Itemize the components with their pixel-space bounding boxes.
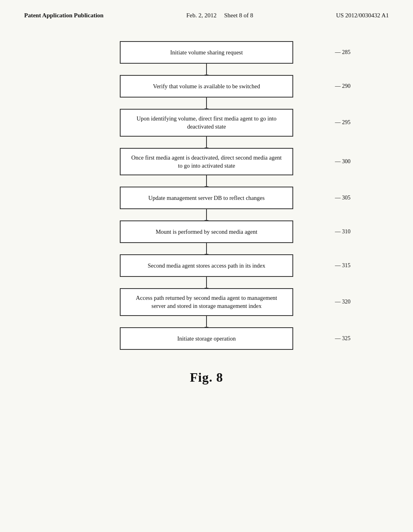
- flow-box-row-320: Access path returned by second media age…: [24, 288, 389, 316]
- flow-box-310: Mount is performed by second media agent: [120, 220, 293, 243]
- connector-3: [206, 175, 207, 187]
- ref-number-320: — 320: [335, 299, 351, 305]
- ref-number-310: — 310: [335, 229, 351, 235]
- connector-0: [206, 64, 207, 75]
- flow-box-row-315: Second media agent stores access path in…: [24, 254, 389, 277]
- connector-1: [206, 98, 207, 109]
- flow-box-row-300: Once first media agent is deactivated, d…: [24, 148, 389, 176]
- ref-number-325: — 325: [335, 335, 351, 342]
- ref-number-305: — 305: [335, 195, 351, 201]
- ref-number-295: — 295: [335, 119, 351, 126]
- page: Patent Application Publication Feb. 2, 2…: [0, 0, 413, 532]
- flow-box-row-305: Update management server DB to reflect c…: [24, 187, 389, 209]
- date-text: Feb. 2, 2012: [186, 12, 217, 19]
- flow-box-325: Initiate storage operation: [120, 327, 293, 350]
- flow-box-295: Upon identifying volume, direct first me…: [120, 109, 293, 137]
- flow-box-285: Initiate volume sharing request: [120, 41, 293, 64]
- flow-box-row-325: Initiate storage operation— 325: [24, 327, 389, 350]
- connector-2: [206, 137, 207, 148]
- ref-num-295: — 295: [335, 119, 351, 126]
- connector-6: [206, 277, 207, 288]
- header: Patent Application Publication Feb. 2, 2…: [0, 0, 413, 27]
- ref-number-285: — 285: [335, 49, 351, 56]
- ref-number-290: — 290: [335, 83, 351, 89]
- flow-box-row-285: Initiate volume sharing request— 285: [24, 41, 389, 64]
- flow-box-row-290: Verify that volume is available to be sw…: [24, 75, 389, 98]
- flow-box-290: Verify that volume is available to be sw…: [120, 75, 293, 98]
- connector-4: [206, 209, 207, 220]
- ref-num-285: — 285: [335, 49, 351, 56]
- publication-date: Feb. 2, 2012 Sheet 8 of 8: [186, 12, 253, 19]
- ref-number-300: — 300: [335, 158, 351, 165]
- ref-num-310: — 310: [335, 229, 351, 235]
- flowchart: Initiate volume sharing request— 285Veri…: [0, 41, 413, 350]
- figure-label: Fig. 8: [0, 370, 413, 401]
- ref-num-305: — 305: [335, 195, 351, 201]
- ref-num-325: — 325: [335, 335, 351, 342]
- patent-number: US 2012/0030432 A1: [336, 12, 389, 19]
- flow-box-300: Once first media agent is deactivated, d…: [120, 148, 293, 176]
- ref-num-300: — 300: [335, 158, 351, 165]
- sheet-text: Sheet 8 of 8: [224, 12, 253, 19]
- ref-number-315: — 315: [335, 262, 351, 269]
- connector-7: [206, 316, 207, 327]
- ref-num-315: — 315: [335, 262, 351, 269]
- publication-title: Patent Application Publication: [24, 12, 104, 19]
- connector-5: [206, 243, 207, 254]
- flow-box-row-310: Mount is performed by second media agent…: [24, 220, 389, 243]
- flow-box-315: Second media agent stores access path in…: [120, 254, 293, 277]
- ref-num-320: — 320: [335, 299, 351, 305]
- ref-num-290: — 290: [335, 83, 351, 89]
- flow-box-row-295: Upon identifying volume, direct first me…: [24, 109, 389, 137]
- flow-box-320: Access path returned by second media age…: [120, 288, 293, 316]
- flow-box-305: Update management server DB to reflect c…: [120, 187, 293, 209]
- figure-text: Fig. 8: [190, 370, 223, 384]
